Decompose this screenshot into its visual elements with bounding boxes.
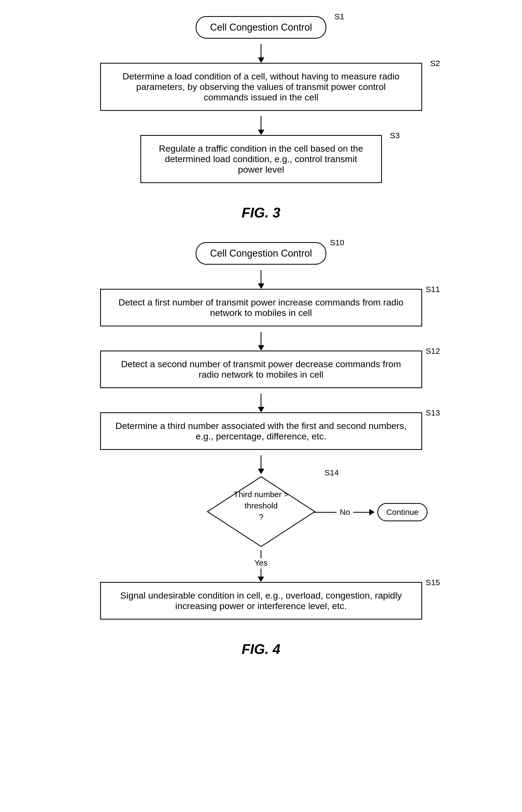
fig3-step-s3: S3 <box>390 131 400 140</box>
arrow-line-fig4-4 <box>261 455 261 469</box>
fig3-step2-text: Determine a load condition of a cell, wi… <box>123 71 400 102</box>
fig4-step13-text: Determine a third number associated with… <box>115 421 407 441</box>
fig4-step11-section: Detect a first number of transmit power … <box>73 289 449 326</box>
fig4-step15-section: Signal undesirable condition in cell, e.… <box>73 582 449 619</box>
arrow-fig3-2 <box>258 116 264 135</box>
fig4-step15-box: Signal undesirable condition in cell, e.… <box>100 582 422 619</box>
no-label: No <box>340 508 350 517</box>
yes-line-top <box>261 550 261 558</box>
fig4-step11-box: Detect a first number of transmit power … <box>100 289 422 326</box>
arrow-head-fig4-3 <box>258 407 264 412</box>
fig3-step-s1: S1 <box>335 12 344 21</box>
arrow-fig4-4 <box>258 455 264 474</box>
fig4-start-text: Cell Congestion Control <box>210 248 312 259</box>
fig4-diagram: Cell Congestion Control S10 Detect a fir… <box>73 242 449 679</box>
yes-arrow-area: Yes <box>255 550 267 582</box>
no-branch: No Continue <box>310 503 427 521</box>
arrow-fig3-1 <box>258 44 264 63</box>
fig4-start-section: Cell Congestion Control S10 <box>73 242 449 265</box>
diamond-line1: Third number > <box>234 490 288 499</box>
arrow-fig4-3 <box>258 394 264 412</box>
no-arrow-head <box>369 509 375 515</box>
fig3-step3-text: Regulate a traffic condition in the cell… <box>159 143 363 175</box>
continue-node: Continue <box>377 503 427 521</box>
arrow-line-fig4-2 <box>261 332 261 345</box>
fig4-step-s15: S15 <box>426 578 440 587</box>
fig4-step13-box: Determine a third number associated with… <box>100 412 422 450</box>
arrow-head-fig4-1 <box>258 283 264 289</box>
fig4-step-s10: S10 <box>330 238 344 247</box>
arrow-fig4-1 <box>258 270 264 289</box>
diamond-line3: ? <box>259 512 263 521</box>
fig4-step11-text: Detect a first number of transmit power … <box>119 297 404 318</box>
arrow-head-1 <box>258 57 264 63</box>
yes-line-bottom <box>261 569 261 577</box>
arrow-fig4-2 <box>258 332 264 351</box>
arrow-line-2 <box>261 116 261 130</box>
fig4-step12-section: Detect a second number of transmit power… <box>73 351 449 388</box>
fig4-step-s14: S14 <box>324 468 339 477</box>
fig4-step-s11: S11 <box>426 285 440 294</box>
arrow-head-2 <box>258 130 264 135</box>
diamond-line2: threshold <box>244 501 278 510</box>
fig4-step13-section: Determine a third number associated with… <box>73 412 449 450</box>
arrow-line-1 <box>261 44 261 57</box>
fig4-step-s12: S12 <box>426 346 440 356</box>
diamond-container: S14 Third number > threshold ? <box>205 474 318 550</box>
fig4-step14-section: No Continue S14 Third number > threshold… <box>73 474 449 550</box>
fig3-step3-section: Regulate a traffic condition in the cell… <box>73 135 449 183</box>
fig4-step-s13: S13 <box>426 408 440 417</box>
fig3-start-node: Cell Congestion Control S1 <box>196 16 326 39</box>
fig3-step3-box: Regulate a traffic condition in the cell… <box>140 135 382 183</box>
arrow-line-fig4-3 <box>261 394 261 407</box>
fig4-start-node: Cell Congestion Control S10 <box>196 242 326 265</box>
arrow-line-fig4-1 <box>261 270 261 283</box>
arrow-head-fig4-2 <box>258 345 264 351</box>
fig3-step-s2: S2 <box>430 59 440 68</box>
fig3-label: FIG. 3 <box>242 204 280 221</box>
fig4-step12-text: Detect a second number of transmit power… <box>121 359 401 380</box>
yes-arrow-head <box>258 577 264 582</box>
fig3-diagram: Cell Congestion Control S1 Determine a l… <box>73 16 449 242</box>
fig3-start-section: Cell Congestion Control S1 <box>73 16 449 39</box>
diamond-svg: Third number > threshold ? <box>205 474 318 549</box>
fig4-step15-text: Signal undesirable condition in cell, e.… <box>120 590 402 611</box>
continue-text: Continue <box>386 508 418 516</box>
fig3-step2-box: Determine a load condition of a cell, wi… <box>100 63 422 111</box>
fig4-step12-box: Detect a second number of transmit power… <box>100 351 422 388</box>
no-arrow-line2 <box>353 512 369 513</box>
fig3-start-text: Cell Congestion Control <box>210 22 312 33</box>
fig3-step2-section: Determine a load condition of a cell, wi… <box>73 63 449 111</box>
yes-branch: Yes <box>255 550 267 582</box>
fig4-label: FIG. 4 <box>242 641 280 657</box>
yes-label: Yes <box>255 558 267 568</box>
arrow-head-fig4-4 <box>258 469 264 474</box>
